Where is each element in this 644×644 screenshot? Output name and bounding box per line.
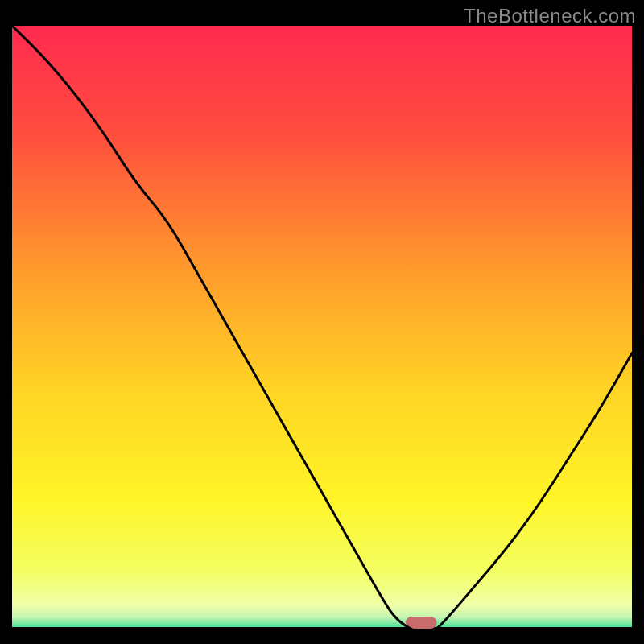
x-axis bbox=[12, 627, 632, 632]
bottleneck-chart bbox=[12, 26, 632, 632]
plot-area bbox=[12, 26, 632, 632]
watermark-text: TheBottleneck.com bbox=[464, 5, 636, 27]
gradient-background bbox=[12, 26, 632, 632]
optimal-marker bbox=[406, 617, 437, 629]
chart-frame: TheBottleneck.com bbox=[0, 0, 644, 644]
